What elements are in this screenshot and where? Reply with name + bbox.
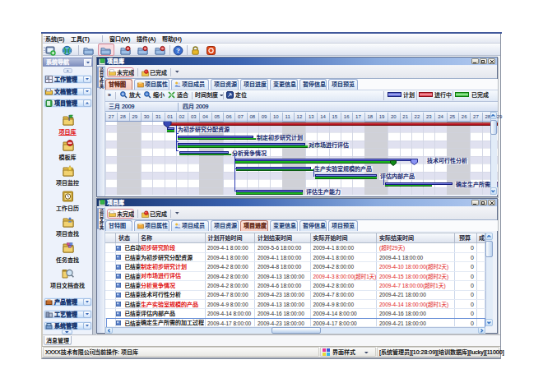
svg-text:?: ? — [176, 47, 180, 54]
